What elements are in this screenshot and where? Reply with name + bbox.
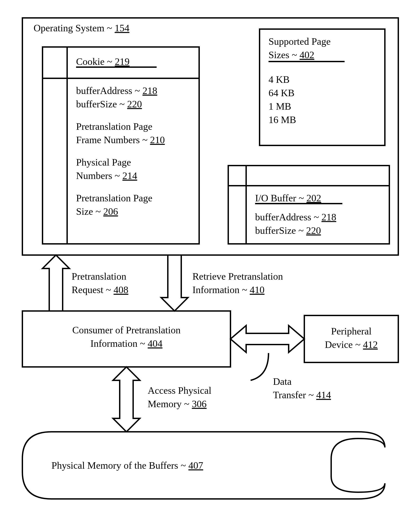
svg-marker-15 xyxy=(113,367,140,432)
iobuffer-item-1: bufferSize ~ 220 xyxy=(255,225,321,236)
os-label: Operating System ~ 154 xyxy=(34,22,129,34)
iobuffer-box: I/O Buffer ~ 202 bufferAddress ~ 218 buf… xyxy=(228,166,389,244)
access-line1: Access Physical xyxy=(148,385,211,396)
iobuffer-title: I/O Buffer ~ 202 xyxy=(255,193,321,204)
pagesizes-box: Supported Page Sizes ~ 402 4 KB 64 KB 1 … xyxy=(260,29,385,145)
iobuffer-item-0: bufferAddress ~ 218 xyxy=(255,212,336,223)
cookie-item-1: bufferSize ~ 220 xyxy=(76,99,142,110)
arrow-request: Pretranslation Request ~ 408 xyxy=(43,255,128,311)
cookie-title: Cookie ~ 219 xyxy=(76,56,130,67)
pagesize-3: 16 MB xyxy=(269,114,296,125)
physmem-label: Physical Memory of the Buffers ~ 407 xyxy=(52,460,203,471)
retr-line1: Retrieve Pretranslation xyxy=(192,271,283,282)
svg-marker-10 xyxy=(43,255,69,311)
transfer-line2: Transfer ~ 414 xyxy=(273,390,331,400)
peripheral-box: Peripheral Device ~ 412 xyxy=(304,315,398,363)
consumer-line2: Information ~ 404 xyxy=(90,338,162,349)
pagesizes-title2: Sizes ~ 402 xyxy=(269,49,314,60)
access-line2: Memory ~ 306 xyxy=(148,399,207,409)
consumer-box: Consumer of Pretranslation Information ~… xyxy=(22,311,231,367)
cookie-item-6: Pretranslation Page xyxy=(76,193,152,204)
svg-rect-0 xyxy=(43,47,199,244)
cookie-box: Cookie ~ 219 bufferAddress ~ 218 bufferS… xyxy=(43,47,199,244)
svg-rect-14 xyxy=(304,315,398,363)
cookie-item-3: Frame Numbers ~ 210 xyxy=(76,134,165,145)
svg-marker-11 xyxy=(161,255,188,311)
pagesize-2: 1 MB xyxy=(269,101,291,112)
transfer-line1: Data xyxy=(273,376,292,387)
svg-marker-13 xyxy=(231,326,304,352)
pagesize-1: 64 KB xyxy=(269,88,294,98)
cookie-item-5: Numbers ~ 214 xyxy=(76,170,137,181)
consumer-line1: Consumer of Pretranslation xyxy=(72,325,180,336)
peripheral-line1: Peripheral xyxy=(331,326,372,337)
retr-line2: Information ~ 410 xyxy=(192,284,264,295)
cookie-item-4: Physical Page xyxy=(76,157,131,168)
arrow-retrieve: Retrieve Pretranslation Information ~ 41… xyxy=(161,255,283,311)
pagesize-0: 4 KB xyxy=(269,74,290,85)
req-line1: Pretranslation xyxy=(72,271,126,282)
cookie-item-0: bufferAddress ~ 218 xyxy=(76,85,157,96)
pagesizes-title1: Supported Page xyxy=(269,36,330,47)
req-line2: Request ~ 408 xyxy=(72,284,128,295)
cookie-item-7: Size ~ 206 xyxy=(76,206,118,217)
peripheral-line2: Device ~ 412 xyxy=(325,339,378,350)
cookie-item-2: Pretranslation Page xyxy=(76,121,152,132)
physmem-shape: Physical Memory of the Buffers ~ 407 xyxy=(22,432,385,499)
arrow-access-memory: Access Physical Memory ~ 306 xyxy=(113,367,211,432)
